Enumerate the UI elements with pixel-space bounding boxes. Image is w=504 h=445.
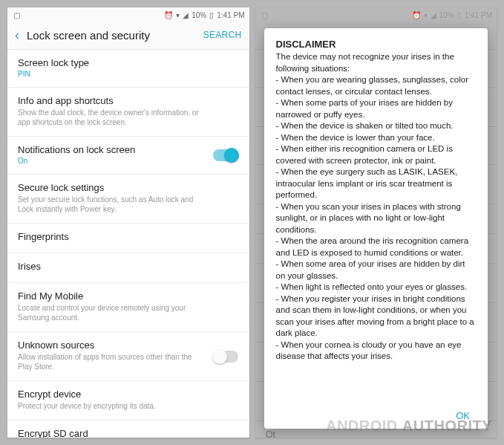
setting-row[interactable]: Irises (7, 253, 249, 283)
setting-title: Irises (18, 261, 238, 272)
setting-row[interactable]: Find My MobileLocate and control your de… (7, 283, 249, 332)
right-screenshot: ▢ ⏰ ▾ ◢ 10% ▯ 1:41 PM ‹ CH ScPINInShNoOn… (255, 7, 497, 438)
setting-subtitle: Locate and control your device remotely … (18, 303, 238, 322)
setting-row[interactable]: Notifications on lock screenOn (7, 137, 249, 175)
setting-title: Find My Mobile (18, 290, 238, 302)
setting-title: Fingerprints (18, 231, 238, 242)
status-bar: ▢ ⏰ ▾ ◢ 10% ▯ 1:41 PM (7, 7, 249, 22)
clock: 1:41 PM (465, 11, 492, 19)
setting-row[interactable]: Encrypt deviceProtect your device by enc… (7, 381, 249, 420)
setting-title: Screen lock type (18, 57, 238, 68)
wifi-icon: ▾ (424, 11, 428, 19)
setting-subtitle: Set your secure lock functions, such as … (18, 195, 238, 214)
dialog-title: DISCLAIMER (276, 39, 477, 50)
dialog-bullet: - When light is reflected onto your eyes… (276, 282, 477, 293)
setting-title: Ot (266, 429, 487, 438)
dialog-bullet: - When the device is lower than your fac… (276, 132, 477, 144)
ok-button[interactable]: OK (450, 406, 476, 423)
setting-title: Encrypt SD card (18, 428, 238, 438)
battery-icon: ▯ (457, 11, 462, 19)
dialog-bullet: - When either iris recognition camera or… (276, 143, 477, 166)
signal-icon: ◢ (431, 11, 436, 19)
setting-subtitle: Show the dual clock, the device owner's … (18, 108, 238, 127)
setting-title: Encrypt device (18, 389, 238, 400)
setting-title: Unknown sources (18, 340, 238, 351)
back-icon[interactable]: ‹ (15, 28, 27, 42)
settings-list: Screen lock typePINInfo and app shortcut… (7, 50, 249, 438)
dialog-bullet: - When you are wearing glasses, sunglass… (276, 74, 477, 97)
dialog-intro: The device may not recognize your irises… (276, 51, 477, 74)
setting-row[interactable]: Info and app shortcutsShow the dual cloc… (7, 88, 249, 137)
setting-subtitle: Protect your device by encrypting its da… (18, 401, 238, 411)
dialog-bullet: - When the eye surgery such as LASIK, LA… (276, 166, 477, 201)
status-bar: ▢ ⏰ ▾ ◢ 10% ▯ 1:41 PM (255, 7, 497, 22)
setting-row[interactable]: Screen lock typePIN (7, 50, 249, 88)
toggle-switch[interactable] (213, 149, 238, 161)
dialog-bullet: - When the area around the iris recognit… (276, 236, 477, 259)
setting-subtitle: Allow installation of apps from sources … (18, 352, 238, 371)
battery-icon: ▯ (209, 11, 214, 19)
dialog-bullet: - When your cornea is cloudy or you have… (276, 340, 477, 363)
signal-icon: ◢ (183, 11, 189, 19)
page-title: Lock screen and security (27, 29, 203, 42)
left-screenshot: ▢ ⏰ ▾ ◢ 10% ▯ 1:41 PM ‹ Lock screen and … (7, 7, 249, 438)
screenshot-icon: ▢ (13, 11, 20, 19)
title-bar: ‹ Lock screen and security SEARCH (7, 22, 249, 50)
setting-value: PIN (18, 70, 238, 78)
alarm-icon: ⏰ (412, 11, 421, 19)
setting-title: Info and app shortcuts (18, 95, 238, 106)
setting-row[interactable]: Secure lock settingsSet your secure lock… (7, 175, 249, 224)
dialog-bullet: - When the device is shaken or tilted to… (276, 120, 477, 132)
setting-title: Notifications on lock screen (18, 144, 238, 155)
dialog-bullet: - When you register your irises in brigh… (276, 293, 477, 340)
setting-row[interactable]: Unknown sourcesAllow installation of app… (7, 332, 249, 381)
setting-row[interactable]: Encrypt SD cardProtect your SD card by e… (7, 420, 249, 438)
dialog-bullet: - When some parts of your irises are hid… (276, 97, 477, 120)
battery-percent: 10% (439, 11, 454, 19)
clock: 1:41 PM (217, 11, 244, 19)
toggle-switch[interactable] (213, 351, 238, 363)
dialog-body: The device may not recognize your irises… (276, 51, 477, 406)
setting-row[interactable]: Fingerprints (7, 224, 249, 253)
setting-value: On (18, 157, 238, 165)
disclaimer-dialog: DISCLAIMER The device may not recognize … (264, 28, 488, 429)
battery-percent: 10% (192, 11, 206, 19)
setting-title: Secure lock settings (18, 182, 238, 193)
dialog-bullet: - When some area of your irises are hidd… (276, 259, 477, 282)
wifi-icon: ▾ (176, 11, 180, 19)
alarm-icon: ⏰ (164, 11, 173, 19)
screenshot-icon: ▢ (261, 11, 268, 19)
dialog-bullet: - When you scan your irises in places wi… (276, 201, 477, 236)
search-button[interactable]: SEARCH (203, 30, 242, 40)
